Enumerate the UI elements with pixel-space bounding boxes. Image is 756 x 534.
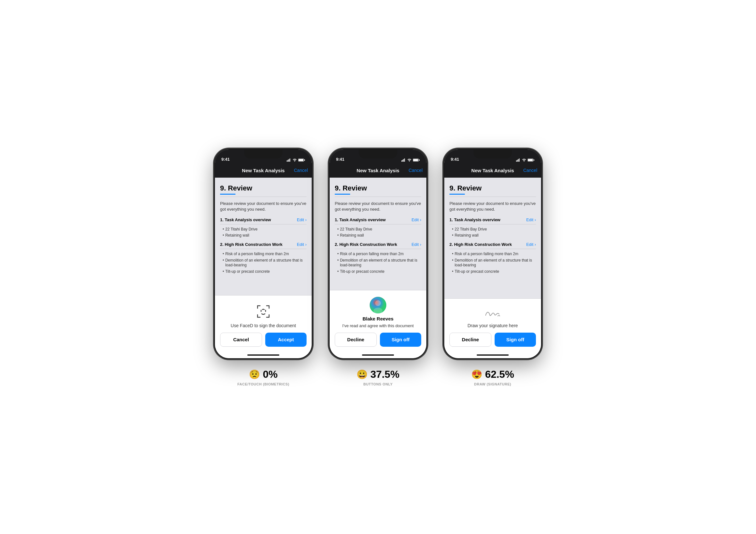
status-time-1: 9:41 — [221, 157, 230, 162]
doc-section-edit-3-0[interactable]: Edit › — [526, 217, 536, 222]
svg-rect-12 — [404, 159, 405, 162]
metric-emoji-2: 😀 — [357, 369, 368, 380]
scroll-content-3: 9. Review Please review your document to… — [444, 178, 541, 298]
bottom-panel-1: Use FaceD to sign the document Cancel Ac… — [215, 295, 312, 352]
btn-row-2: Decline Sign off — [335, 333, 421, 347]
doc-section-3-1: 2. High Risk Construction Work Edit › Ri… — [449, 242, 536, 274]
doc-section-header-2-1: 2. High Risk Construction Work Edit › — [335, 242, 421, 249]
metric-2: 😀 37.5% BUTTONS ONLY — [357, 369, 399, 386]
page-container: 9:41 New Task Analysis Cancel — [189, 148, 567, 386]
avatar-image — [370, 297, 386, 314]
doc-section-header-3-1: 2. High Risk Construction Work Edit › — [449, 242, 536, 249]
nav-title-1: New Task Analysis — [242, 168, 284, 173]
bullet-2-0-0: 22 Titahi Bay Drive — [337, 227, 421, 232]
metric-row-2: 😀 37.5% — [357, 369, 399, 380]
nav-bar-1: New Task Analysis Cancel — [215, 164, 312, 178]
heading-divider-3 — [449, 196, 536, 197]
review-desc-1: Please review your document to ensure yo… — [220, 201, 307, 212]
doc-content-3: 9. Review Please review your document to… — [444, 178, 541, 285]
svg-rect-20 — [517, 160, 518, 162]
home-bar-2 — [362, 354, 394, 356]
battery-icon-1 — [298, 159, 305, 162]
metric-3: 😍 62.5% DRAW (SIGNATURE) — [471, 369, 514, 386]
metric-percent-3: 62.5% — [485, 369, 514, 380]
phone-2: 9:41 New Task Analysis Cancel 9. R — [328, 148, 428, 360]
doc-content-2: 9. Review Please review your document to… — [330, 178, 426, 285]
metric-percent-1: 0% — [263, 369, 278, 380]
svg-rect-1 — [288, 160, 288, 162]
metric-row-3: 😍 62.5% — [471, 369, 514, 380]
btn-row-3: Decline Sign off — [449, 333, 536, 347]
doc-section-2-0: 1. Task Analysis overview Edit › 22 Tita… — [335, 217, 421, 238]
review-desc-3: Please review your document to ensure yo… — [449, 201, 536, 212]
review-heading-2: 9. Review — [335, 184, 421, 192]
bullet-3-1-2: Tilt-up or precast concrete — [452, 269, 536, 274]
wifi-icon-2 — [407, 159, 412, 162]
draw-label: Draw your signature here — [467, 323, 518, 328]
home-indicator-1 — [215, 352, 312, 358]
bullet-2-1-1: Demolition of an element of a structure … — [337, 258, 421, 268]
scroll-content-1: 9. Review Please review your document to… — [215, 178, 312, 295]
review-heading-3: 9. Review — [449, 184, 536, 192]
notch-1 — [244, 149, 283, 159]
nav-title-2: New Task Analysis — [357, 168, 399, 173]
signal-icon-2 — [401, 159, 406, 162]
svg-rect-21 — [518, 159, 519, 162]
metric-percent-2: 37.5% — [370, 369, 399, 380]
svg-rect-19 — [516, 160, 517, 162]
faceid-panel: Use FaceD to sign the document — [220, 301, 307, 329]
status-time-3: 9:41 — [451, 157, 459, 162]
bullet-1-1-2: Tilt-up or precast concrete — [223, 269, 307, 274]
heading-divider-2 — [335, 196, 421, 197]
status-icons-1 — [287, 159, 305, 162]
nav-bar-3: New Task Analysis Cancel — [444, 164, 541, 178]
notch-3 — [473, 149, 512, 159]
svg-rect-3 — [289, 159, 290, 162]
review-heading-1: 9. Review — [220, 184, 307, 192]
nav-title-3: New Task Analysis — [471, 168, 514, 173]
doc-section-edit-2-1[interactable]: Edit › — [412, 242, 421, 247]
decline-button-2[interactable]: Decline — [335, 333, 377, 347]
nav-cancel-3[interactable]: Cancel — [523, 168, 537, 173]
signoff-button-3[interactable]: Sign off — [495, 333, 536, 347]
nav-cancel-1[interactable]: Cancel — [294, 168, 308, 173]
doc-section-2-1: 2. High Risk Construction Work Edit › Ri… — [335, 242, 421, 274]
svg-point-17 — [375, 300, 381, 306]
cancel-button-1[interactable]: Cancel — [220, 333, 262, 347]
battery-icon-2 — [413, 159, 420, 162]
doc-section-edit-1-0[interactable]: Edit › — [297, 217, 307, 222]
bullet-1-1-1: Demolition of an element of a structure … — [223, 258, 307, 268]
decline-button-3[interactable]: Decline — [449, 333, 491, 347]
svg-rect-6 — [304, 160, 305, 161]
svg-rect-11 — [403, 159, 404, 162]
doc-section-name-3-0: 1. Task Analysis overview — [449, 217, 500, 222]
wifi-icon-1 — [292, 159, 297, 162]
home-indicator-3 — [444, 352, 541, 358]
doc-section-edit-2-0[interactable]: Edit › — [412, 217, 421, 222]
metric-emoji-1: 😟 — [249, 369, 260, 380]
phone-wrapper-3: 9:41 New Task Analysis Cancel 9. R — [443, 148, 542, 386]
user-name: Blake Reeves — [363, 316, 394, 321]
accept-button-1[interactable]: Accept — [265, 333, 307, 347]
doc-section-edit-3-1[interactable]: Edit › — [526, 242, 536, 247]
metric-label-1: FACE/TOUCH (BIOMETRICS) — [237, 382, 289, 386]
doc-section-edit-1-1[interactable]: Edit › — [297, 242, 307, 247]
svg-rect-9 — [401, 160, 402, 162]
battery-icon-3 — [527, 159, 535, 162]
metric-1: 😟 0% FACE/TOUCH (BIOMETRICS) — [237, 369, 289, 386]
doc-section-1-0: 1. Task Analysis overview Edit › 22 Tita… — [220, 217, 307, 238]
signal-icon-1 — [287, 159, 291, 162]
svg-rect-22 — [519, 159, 520, 162]
svg-rect-0 — [287, 160, 287, 162]
nav-cancel-2[interactable]: Cancel — [408, 168, 422, 173]
bullet-2-0-1: Retaining wall — [337, 233, 421, 238]
agree-text: I've read and agree with this document — [342, 323, 414, 328]
bullet-3-0-0: 22 Titahi Bay Drive — [452, 227, 536, 232]
signature-icon — [483, 306, 502, 320]
heading-underline-3 — [449, 194, 465, 195]
doc-section-1-1: 2. High Risk Construction Work Edit › Ri… — [220, 242, 307, 274]
heading-underline-2 — [335, 194, 350, 195]
doc-section-3-0: 1. Task Analysis overview Edit › 22 Tita… — [449, 217, 536, 238]
signoff-button-2[interactable]: Sign off — [380, 333, 421, 347]
biometric-panel: Blake Reeves I've read and agree with th… — [335, 295, 421, 329]
